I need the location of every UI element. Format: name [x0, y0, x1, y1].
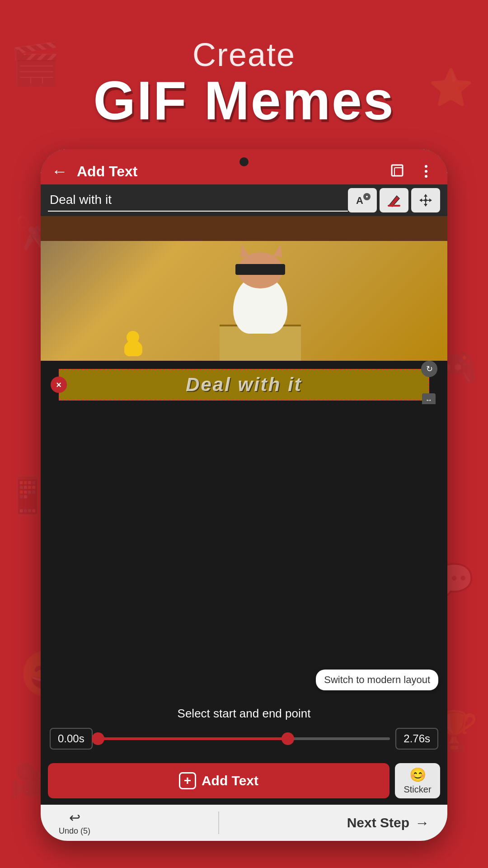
- page-title: Add Text: [77, 163, 388, 180]
- undo-button[interactable]: ↩ Undo (5): [59, 810, 90, 836]
- create-label: Create: [0, 36, 488, 73]
- camera-dot: [239, 157, 249, 166]
- nav-divider: [218, 811, 219, 834]
- slider-fill: [98, 737, 288, 740]
- more-icon: [425, 165, 427, 178]
- timeline-slider[interactable]: [98, 737, 390, 740]
- top-bar: ← Add Text: [41, 149, 447, 184]
- phone-shell: ← Add Text: [41, 149, 447, 841]
- sticker-icon: 😊: [409, 767, 426, 783]
- svg-rect-1: [394, 168, 403, 176]
- next-step-label: Next Step: [347, 815, 409, 830]
- add-text-button[interactable]: + Add Text: [48, 763, 389, 798]
- text-overlay-container: × ↻ Deal with it ↔: [41, 361, 447, 404]
- font-settings-button[interactable]: A: [348, 188, 377, 212]
- undo-label: Undo (5): [59, 826, 90, 836]
- svg-rect-6: [388, 205, 400, 207]
- timeline-label: Select start and end point: [50, 707, 438, 721]
- slider-thumb-left[interactable]: [92, 732, 104, 745]
- switch-layout-button[interactable]: Switch to modern layout: [316, 670, 438, 690]
- gif-memes-label: GIF Memes: [0, 73, 488, 127]
- undo-icon: ↩: [69, 810, 80, 826]
- dark-content-area: Switch to modern layout: [41, 404, 447, 699]
- text-input[interactable]: [48, 189, 348, 212]
- fill-color-button[interactable]: [380, 188, 408, 212]
- header-section: Create GIF Memes: [0, 36, 488, 127]
- svg-text:A: A: [356, 195, 363, 206]
- next-step-button[interactable]: Next Step →: [347, 815, 429, 831]
- rotate-handle[interactable]: ↻: [421, 361, 437, 377]
- end-time: 2.76s: [395, 728, 438, 750]
- bottom-nav: ↩ Undo (5) Next Step →: [41, 805, 447, 841]
- text-input-area: A: [41, 184, 447, 216]
- timeline-area: Select start and end point 0.00s 2.76s: [41, 699, 447, 757]
- overlay-text: Deal with it: [186, 374, 302, 396]
- square-frame-button[interactable]: [388, 161, 408, 182]
- back-button[interactable]: ←: [52, 162, 68, 181]
- next-arrow-icon: →: [415, 815, 429, 831]
- more-options-button[interactable]: [416, 161, 436, 182]
- sticker-label: Sticker: [404, 784, 431, 795]
- timeline-row: 0.00s 2.76s: [50, 728, 438, 750]
- text-tool-buttons: A: [348, 188, 440, 212]
- top-icons: [388, 161, 436, 182]
- svg-rect-0: [392, 165, 403, 176]
- sticker-button[interactable]: 😊 Sticker: [395, 763, 440, 798]
- slider-thumb-right[interactable]: [282, 732, 294, 745]
- text-overlay-selected[interactable]: × ↻ Deal with it ↔: [59, 369, 429, 401]
- start-time: 0.00s: [50, 728, 93, 750]
- phone-inner: ← Add Text: [41, 149, 447, 841]
- add-text-label: Add Text: [202, 773, 258, 788]
- gif-preview: [41, 216, 447, 361]
- move-button[interactable]: [411, 188, 440, 212]
- delete-handle[interactable]: ×: [51, 377, 67, 393]
- gif-image: [41, 216, 447, 361]
- add-text-icon: +: [179, 772, 196, 789]
- action-buttons: + Add Text 😊 Sticker: [41, 757, 447, 805]
